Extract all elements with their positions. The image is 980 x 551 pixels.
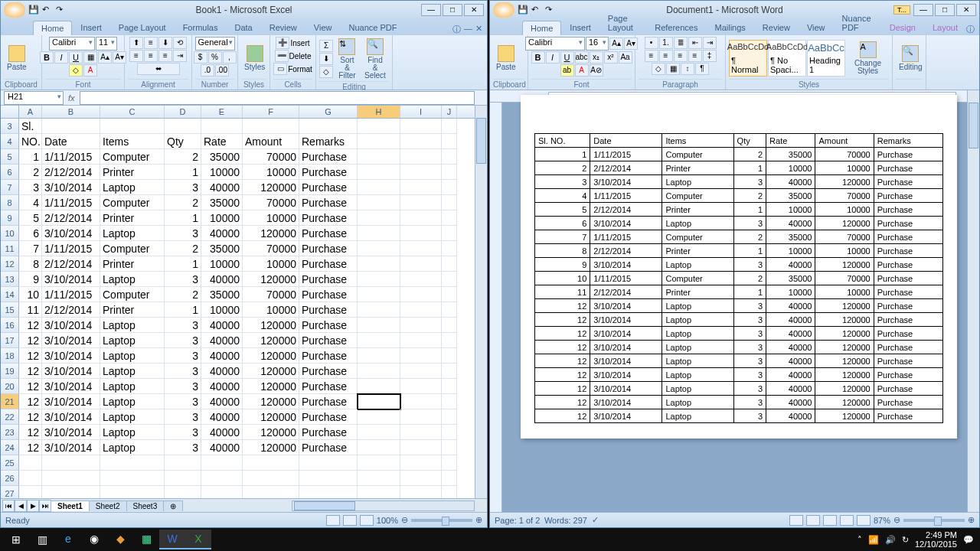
word-page[interactable]: Sl. NO.DateItemsQtyRateAmountRemarks11/1…	[521, 95, 957, 439]
table-row[interactable]: 123/10/2014Laptop340000120000Purchase	[535, 341, 943, 354]
cell-C18[interactable]: Laptop	[100, 348, 165, 364]
align-left-button[interactable]: ≡	[645, 50, 658, 62]
column-header-I[interactable]: I	[400, 106, 442, 118]
font-color-button[interactable]: A	[575, 64, 589, 77]
show-marks-button[interactable]: ¶	[695, 63, 709, 75]
cell-J6[interactable]	[442, 165, 457, 180]
zoom-slider[interactable]	[903, 519, 965, 522]
superscript-button[interactable]: x²	[604, 51, 618, 64]
new-sheet-button[interactable]: ⊕	[163, 500, 183, 511]
percent-button[interactable]: %	[208, 51, 222, 64]
cell-H8[interactable]	[358, 195, 400, 210]
volume-icon[interactable]: 🔊	[885, 535, 896, 545]
zoom-out-button[interactable]: ⊖	[893, 515, 900, 525]
cell-E9[interactable]: 10000	[201, 210, 243, 226]
row-header[interactable]: 3	[1, 119, 19, 134]
cell-I13[interactable]	[400, 272, 442, 287]
row-header[interactable]: 7	[1, 180, 19, 195]
indent-button[interactable]: ⇥	[173, 50, 187, 62]
cell-D4[interactable]: Qty	[165, 134, 201, 149]
sheet-nav-first[interactable]: ⏮	[2, 500, 15, 512]
row-header[interactable]: 12	[1, 256, 19, 272]
sync-icon[interactable]: ↻	[902, 535, 909, 545]
cell-J22[interactable]	[442, 409, 457, 425]
cell-G4[interactable]: Remarks	[299, 134, 358, 149]
cell-E23[interactable]: 40000	[201, 425, 243, 440]
clear-button[interactable]: ◇	[319, 66, 333, 78]
cell-H22[interactable]	[358, 409, 400, 425]
cell-D19[interactable]: 3	[165, 364, 201, 379]
cell-G3[interactable]	[299, 119, 358, 134]
cell-J20[interactable]	[442, 379, 457, 394]
table-header[interactable]: Remarks	[874, 134, 942, 148]
cell-E10[interactable]: 40000	[201, 226, 243, 241]
cell-F26[interactable]	[243, 471, 299, 486]
cell-A16[interactable]: 12	[19, 318, 42, 333]
cell-B19[interactable]: 3/10/2014	[42, 364, 100, 379]
task-view-button[interactable]: ▥	[29, 530, 55, 549]
cell-A27[interactable]	[19, 486, 42, 498]
help-icon[interactable]: ⓘ	[452, 24, 461, 35]
row-header[interactable]: 20	[1, 379, 19, 394]
page-status[interactable]: Page: 1 of 2	[495, 516, 540, 525]
ribbon-tab-page-layout[interactable]: Page Layout	[110, 20, 175, 35]
zoom-out-button[interactable]: ⊖	[401, 515, 408, 525]
cell-C6[interactable]: Printer	[100, 165, 165, 180]
cell-J3[interactable]	[442, 119, 457, 134]
sheet-nav-prev[interactable]: ◀	[15, 500, 27, 512]
cell-J17[interactable]	[442, 333, 457, 348]
bullets-button[interactable]: •	[645, 37, 658, 49]
app-icon[interactable]: ▦	[133, 530, 159, 549]
cell-G11[interactable]: Purchase	[299, 241, 358, 256]
borders-button[interactable]: ▦	[666, 63, 680, 75]
insert-cells-button[interactable]: ➕Insert	[276, 37, 309, 49]
increase-indent-button[interactable]: ⇥	[703, 37, 717, 49]
cell-A7[interactable]: 3	[19, 180, 42, 195]
row-header[interactable]: 9	[1, 210, 19, 226]
select-all-corner[interactable]	[1, 106, 19, 118]
column-header-J[interactable]: J	[442, 106, 457, 118]
orientation-button[interactable]: ⟲	[173, 37, 187, 49]
table-row[interactable]: 123/10/2014Laptop340000120000Purchase	[535, 327, 943, 341]
cell-E4[interactable]: Rate	[201, 134, 243, 149]
cell-E18[interactable]: 40000	[201, 348, 243, 364]
cell-C13[interactable]: Laptop	[100, 272, 165, 287]
row-header[interactable]: 11	[1, 241, 19, 256]
clock[interactable]: 2:49 PM 12/10/2015	[915, 530, 957, 549]
sublime-app-icon[interactable]: ◆	[107, 530, 133, 549]
column-header-E[interactable]: E	[201, 106, 243, 118]
table-row[interactable]: 123/10/2014Laptop340000120000Purchase	[535, 368, 943, 382]
cell-F8[interactable]: 70000	[243, 195, 299, 210]
align-bottom-button[interactable]: ⬇	[158, 37, 172, 49]
ribbon-tab-insert[interactable]: Insert	[72, 20, 110, 35]
close-button[interactable]: ✕	[464, 4, 484, 16]
name-box[interactable]: H21	[4, 91, 64, 105]
cell-J5[interactable]	[442, 149, 457, 165]
cell-E13[interactable]: 40000	[201, 272, 243, 287]
column-header-H[interactable]: H	[358, 106, 400, 118]
row-header[interactable]: 22	[1, 409, 19, 425]
multilevel-button[interactable]: ≣	[674, 37, 688, 49]
decrease-indent-button[interactable]: ⇤	[688, 37, 702, 49]
outline-view-button[interactable]	[840, 515, 854, 526]
cell-B3[interactable]	[42, 119, 100, 134]
row-header[interactable]: 5	[1, 149, 19, 165]
table-header[interactable]: Rate	[766, 134, 815, 148]
column-header-F[interactable]: F	[243, 106, 299, 118]
row-header[interactable]: 16	[1, 318, 19, 333]
ribbon-tab-review[interactable]: Review	[261, 20, 305, 35]
cell-E7[interactable]: 40000	[201, 180, 243, 195]
cell-H25[interactable]	[358, 455, 400, 471]
cell-C15[interactable]: Printer	[100, 302, 165, 318]
cell-F6[interactable]: 10000	[243, 165, 299, 180]
cell-A12[interactable]: 8	[19, 256, 42, 272]
office-button[interactable]	[4, 2, 25, 18]
horizontal-scrollbar[interactable]	[292, 500, 475, 511]
cell-F5[interactable]: 70000	[243, 149, 299, 165]
save-icon[interactable]: 💾	[28, 5, 39, 15]
cell-H18[interactable]	[358, 348, 400, 364]
cell-F3[interactable]	[243, 119, 299, 134]
cell-B26[interactable]	[42, 471, 100, 486]
cell-E27[interactable]	[201, 486, 243, 498]
cell-G5[interactable]: Purchase	[299, 149, 358, 165]
